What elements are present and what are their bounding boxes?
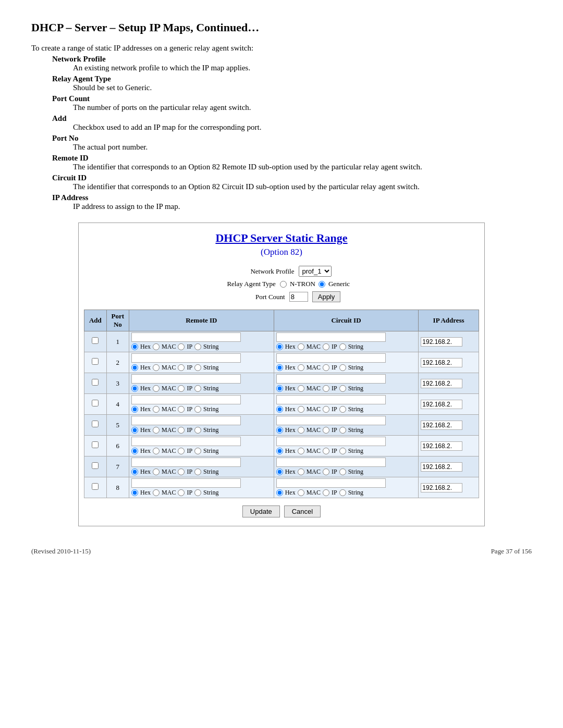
circuit-ip-1[interactable] bbox=[323, 343, 329, 350]
remote-id-input-3[interactable] bbox=[131, 374, 241, 384]
circuit-hex-8[interactable] bbox=[276, 489, 283, 496]
circuit-mac-8[interactable] bbox=[298, 489, 304, 496]
circuit-id-input-5[interactable] bbox=[276, 416, 386, 425]
add-checkbox-3[interactable] bbox=[92, 379, 99, 386]
remote-mac-4[interactable] bbox=[153, 406, 160, 413]
circuit-ip-7[interactable] bbox=[323, 468, 329, 475]
remote-hex-6[interactable] bbox=[131, 448, 138, 454]
remote-id-input-5[interactable] bbox=[131, 416, 241, 425]
circuit-mac-5[interactable] bbox=[298, 427, 304, 434]
ip-address-input-2[interactable] bbox=[421, 358, 462, 367]
circuit-string-8[interactable] bbox=[339, 489, 346, 496]
circuit-id-input-3[interactable] bbox=[276, 374, 386, 384]
circuit-ip-8[interactable] bbox=[323, 489, 329, 496]
remote-string-6[interactable] bbox=[194, 448, 201, 454]
add-checkbox-4[interactable] bbox=[92, 400, 99, 406]
circuit-id-input-1[interactable] bbox=[276, 332, 386, 342]
remote-mac-5[interactable] bbox=[153, 427, 160, 434]
circuit-hex-3[interactable] bbox=[276, 385, 283, 392]
remote-string-5[interactable] bbox=[194, 427, 201, 434]
remote-id-input-1[interactable] bbox=[131, 332, 241, 342]
circuit-id-input-2[interactable] bbox=[276, 353, 386, 363]
ip-address-input-5[interactable] bbox=[421, 421, 462, 430]
remote-mac-3[interactable] bbox=[153, 385, 160, 392]
circuit-ip-6[interactable] bbox=[323, 448, 329, 454]
relay-generic-radio[interactable] bbox=[319, 281, 325, 288]
remote-id-input-7[interactable] bbox=[131, 458, 241, 467]
circuit-hex-7[interactable] bbox=[276, 468, 283, 475]
circuit-hex-4[interactable] bbox=[276, 406, 283, 413]
circuit-mac-1[interactable] bbox=[298, 343, 304, 350]
remote-string-3[interactable] bbox=[194, 385, 201, 392]
circuit-string-3[interactable] bbox=[339, 385, 346, 392]
circuit-ip-2[interactable] bbox=[323, 364, 329, 371]
ip-address-input-1[interactable] bbox=[421, 337, 462, 347]
circuit-string-4[interactable] bbox=[339, 406, 346, 413]
circuit-id-input-4[interactable] bbox=[276, 395, 386, 404]
remote-hex-5[interactable] bbox=[131, 427, 138, 434]
circuit-hex-1[interactable] bbox=[276, 343, 283, 350]
ip-address-input-6[interactable] bbox=[421, 441, 462, 451]
ip-address-input-7[interactable] bbox=[421, 462, 462, 472]
circuit-id-input-7[interactable] bbox=[276, 458, 386, 467]
circuit-mac-2[interactable] bbox=[298, 364, 304, 371]
remote-ip-8[interactable] bbox=[178, 489, 185, 496]
cancel-button[interactable]: Cancel bbox=[284, 505, 321, 517]
remote-mac-7[interactable] bbox=[153, 468, 160, 475]
remote-hex-8[interactable] bbox=[131, 489, 138, 496]
ip-address-input-3[interactable] bbox=[421, 379, 462, 388]
add-checkbox-8[interactable] bbox=[92, 483, 99, 490]
circuit-id-input-8[interactable] bbox=[276, 478, 386, 488]
circuit-hex-2[interactable] bbox=[276, 364, 283, 371]
circuit-string-2[interactable] bbox=[339, 364, 346, 371]
remote-ip-1[interactable] bbox=[178, 343, 185, 350]
circuit-string-7[interactable] bbox=[339, 468, 346, 475]
apply-button[interactable]: Apply bbox=[312, 291, 341, 302]
circuit-mac-3[interactable] bbox=[298, 385, 304, 392]
remote-ip-4[interactable] bbox=[178, 406, 185, 413]
circuit-hex-5[interactable] bbox=[276, 427, 283, 434]
ip-address-input-8[interactable] bbox=[421, 483, 462, 492]
remote-string-1[interactable] bbox=[194, 343, 201, 350]
circuit-string-6[interactable] bbox=[339, 448, 346, 454]
add-checkbox-6[interactable] bbox=[92, 441, 99, 448]
remote-ip-2[interactable] bbox=[178, 364, 185, 371]
add-checkbox-2[interactable] bbox=[92, 358, 99, 365]
network-profile-select[interactable]: prof_1 prof_2 bbox=[299, 266, 332, 277]
circuit-id-input-6[interactable] bbox=[276, 437, 386, 446]
update-button[interactable]: Update bbox=[242, 505, 280, 517]
circuit-string-5[interactable] bbox=[339, 427, 346, 434]
circuit-mac-7[interactable] bbox=[298, 468, 304, 475]
circuit-ip-5[interactable] bbox=[323, 427, 329, 434]
remote-ip-7[interactable] bbox=[178, 468, 185, 475]
circuit-ip-4[interactable] bbox=[323, 406, 329, 413]
circuit-hex-6[interactable] bbox=[276, 448, 283, 454]
remote-id-input-6[interactable] bbox=[131, 437, 241, 446]
remote-hex-1[interactable] bbox=[131, 343, 138, 350]
remote-ip-5[interactable] bbox=[178, 427, 185, 434]
remote-mac-2[interactable] bbox=[153, 364, 160, 371]
remote-id-input-4[interactable] bbox=[131, 395, 241, 404]
remote-mac-8[interactable] bbox=[153, 489, 160, 496]
remote-string-7[interactable] bbox=[194, 468, 201, 475]
remote-hex-4[interactable] bbox=[131, 406, 138, 413]
add-checkbox-5[interactable] bbox=[92, 421, 99, 427]
circuit-mac-4[interactable] bbox=[298, 406, 304, 413]
remote-mac-6[interactable] bbox=[153, 448, 160, 454]
remote-hex-7[interactable] bbox=[131, 468, 138, 475]
remote-ip-3[interactable] bbox=[178, 385, 185, 392]
remote-id-input-8[interactable] bbox=[131, 478, 241, 488]
port-count-input[interactable] bbox=[289, 292, 308, 302]
circuit-mac-6[interactable] bbox=[298, 448, 304, 454]
ip-address-input-4[interactable] bbox=[421, 400, 462, 409]
remote-string-2[interactable] bbox=[194, 364, 201, 371]
circuit-ip-3[interactable] bbox=[323, 385, 329, 392]
remote-string-8[interactable] bbox=[194, 489, 201, 496]
remote-id-input-2[interactable] bbox=[131, 353, 241, 363]
add-checkbox-7[interactable] bbox=[92, 462, 99, 469]
remote-hex-3[interactable] bbox=[131, 385, 138, 392]
relay-ntron-radio[interactable] bbox=[280, 281, 287, 288]
remote-mac-1[interactable] bbox=[153, 343, 160, 350]
circuit-string-1[interactable] bbox=[339, 343, 346, 350]
remote-ip-6[interactable] bbox=[178, 448, 185, 454]
